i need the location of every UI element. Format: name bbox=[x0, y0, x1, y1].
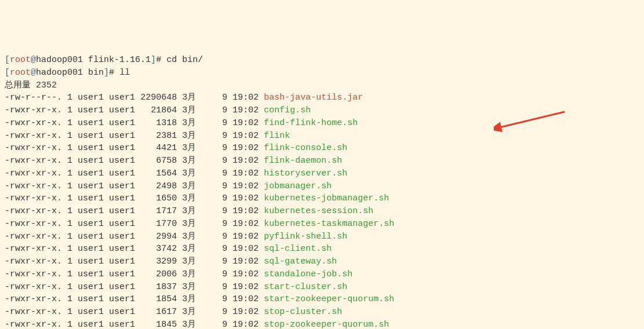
file-row: -rwxr-xr-x. 1 user1 user1 1717 3月 9 19:0… bbox=[5, 205, 639, 218]
file-month: 3月 bbox=[182, 294, 196, 304]
file-links: 1 bbox=[67, 181, 72, 191]
file-permissions: -rwxr-xr-x. bbox=[5, 219, 62, 229]
file-links: 1 bbox=[67, 143, 72, 153]
file-day: 9 bbox=[206, 169, 227, 178]
file-permissions: -rwxr-xr-x. bbox=[5, 269, 62, 279]
file-month: 3月 bbox=[182, 219, 196, 229]
file-size: 2994 bbox=[140, 232, 177, 242]
file-name: kubernetes-session.sh bbox=[264, 206, 373, 216]
file-size: 2498 bbox=[140, 181, 177, 191]
file-group: user1 bbox=[109, 181, 135, 191]
file-permissions: -rwxr-xr-x. bbox=[5, 282, 62, 292]
file-name: stop-cluster.sh bbox=[264, 307, 342, 317]
file-row: -rwxr-xr-x. 1 user1 user1 1650 3月 9 19:0… bbox=[5, 192, 639, 205]
file-owner: user1 bbox=[78, 181, 104, 191]
terminal-output[interactable]: [root@hadoop001 flink-1.16.1]# cd bin/[r… bbox=[5, 54, 639, 329]
file-name: bash-java-utils.jar bbox=[264, 93, 363, 103]
file-size: 1837 bbox=[140, 282, 177, 292]
file-owner: user1 bbox=[78, 131, 104, 141]
file-owner: user1 bbox=[78, 219, 104, 229]
file-month: 3月 bbox=[182, 118, 196, 128]
file-month: 3月 bbox=[182, 244, 196, 254]
file-time: 19:02 bbox=[232, 143, 259, 153]
file-links: 1 bbox=[67, 93, 72, 103]
file-size: 2006 bbox=[140, 269, 177, 279]
file-name: standalone-job.sh bbox=[264, 269, 352, 279]
file-day: 9 bbox=[206, 131, 227, 141]
file-size: 6758 bbox=[140, 156, 177, 166]
file-permissions: -rwxr-xr-x. bbox=[5, 307, 62, 317]
file-group: user1 bbox=[109, 193, 135, 203]
file-time: 19:02 bbox=[232, 232, 259, 242]
command-line: [root@hadoop001 flink-1.16.1]# cd bin/ bbox=[5, 54, 639, 67]
file-owner: user1 bbox=[78, 156, 104, 166]
file-row: -rw-r--r--. 1 user1 user1 2290648 3月 9 1… bbox=[5, 92, 639, 104]
file-row: -rwxr-xr-x. 1 user1 user1 2994 3月 9 19:0… bbox=[5, 231, 639, 243]
file-time: 19:02 bbox=[232, 156, 259, 166]
command-text: cd bin/ bbox=[166, 55, 203, 65]
file-day: 9 bbox=[206, 206, 227, 216]
file-links: 1 bbox=[67, 232, 72, 242]
file-name: sql-client.sh bbox=[264, 244, 332, 254]
file-links: 1 bbox=[67, 206, 72, 216]
file-month: 3月 bbox=[182, 320, 196, 329]
file-month: 3月 bbox=[182, 307, 196, 317]
file-links: 1 bbox=[67, 307, 72, 317]
prompt-user: root bbox=[10, 55, 31, 65]
file-name: sql-gateway.sh bbox=[264, 257, 337, 266]
total-line: 总用量 2352 bbox=[5, 79, 639, 92]
file-links: 1 bbox=[67, 269, 72, 279]
file-owner: user1 bbox=[78, 93, 104, 103]
file-links: 1 bbox=[67, 118, 72, 128]
file-permissions: -rwxr-xr-x. bbox=[5, 131, 62, 141]
file-name: stop-zookeeper-quorum.sh bbox=[264, 320, 389, 329]
file-permissions: -rwxr-xr-x. bbox=[5, 232, 62, 242]
file-links: 1 bbox=[67, 131, 72, 141]
file-owner: user1 bbox=[78, 143, 104, 153]
file-day: 9 bbox=[206, 307, 227, 317]
file-time: 19:02 bbox=[232, 294, 259, 304]
prompt-host: hadoop001 bbox=[36, 55, 83, 65]
file-permissions: -rwxr-xr-x. bbox=[5, 193, 62, 203]
file-group: user1 bbox=[109, 320, 135, 329]
file-owner: user1 bbox=[78, 307, 104, 317]
file-size: 1854 bbox=[140, 294, 177, 304]
file-links: 1 bbox=[67, 156, 72, 166]
prompt-cwd: flink-1.16.1 bbox=[88, 55, 151, 65]
file-day: 9 bbox=[206, 232, 227, 242]
file-time: 19:02 bbox=[232, 193, 259, 203]
file-month: 3月 bbox=[182, 156, 196, 166]
file-permissions: -rwxr-xr-x. bbox=[5, 244, 62, 254]
file-permissions: -rwxr-xr-x. bbox=[5, 257, 62, 266]
file-day: 9 bbox=[206, 282, 227, 292]
file-group: user1 bbox=[109, 307, 135, 317]
file-group: user1 bbox=[109, 118, 135, 128]
file-time: 19:02 bbox=[232, 131, 259, 141]
file-permissions: -rwxr-xr-x. bbox=[5, 320, 62, 329]
file-time: 19:02 bbox=[232, 206, 259, 216]
file-group: user1 bbox=[109, 93, 135, 103]
file-time: 19:02 bbox=[232, 269, 259, 279]
file-permissions: -rwxr-xr-x. bbox=[5, 105, 62, 115]
file-time: 19:02 bbox=[232, 244, 259, 254]
file-owner: user1 bbox=[78, 193, 104, 203]
file-group: user1 bbox=[109, 257, 135, 266]
file-links: 1 bbox=[67, 257, 72, 266]
file-permissions: -rwxr-xr-x. bbox=[5, 143, 62, 153]
file-row: -rwxr-xr-x. 1 user1 user1 2381 3月 9 19:0… bbox=[5, 130, 639, 142]
file-owner: user1 bbox=[78, 105, 104, 115]
file-day: 9 bbox=[206, 257, 227, 266]
file-links: 1 bbox=[67, 193, 72, 203]
file-month: 3月 bbox=[182, 269, 196, 279]
file-row: -rwxr-xr-x. 1 user1 user1 1564 3月 9 19:0… bbox=[5, 167, 639, 180]
command-line: [root@hadoop001 bin]# ll bbox=[5, 67, 639, 79]
file-name: flink bbox=[264, 131, 290, 141]
file-size: 2290648 bbox=[140, 93, 177, 103]
file-row: -rwxr-xr-x. 1 user1 user1 3742 3月 9 19:0… bbox=[5, 243, 639, 255]
file-day: 9 bbox=[206, 156, 227, 166]
file-permissions: -rwxr-xr-x. bbox=[5, 206, 62, 216]
file-time: 19:02 bbox=[232, 307, 259, 317]
file-month: 3月 bbox=[182, 206, 196, 216]
file-time: 19:02 bbox=[232, 219, 259, 229]
file-owner: user1 bbox=[78, 294, 104, 304]
